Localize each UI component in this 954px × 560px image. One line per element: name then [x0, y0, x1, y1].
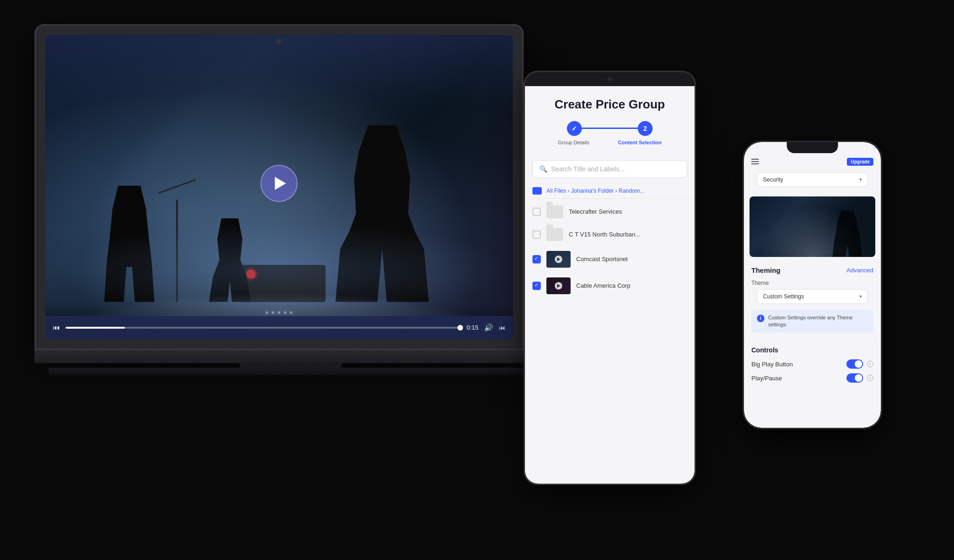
file-item-3[interactable]: Comcast Sportsnet [529, 246, 691, 273]
info-icon: i [757, 315, 764, 322]
hamburger-line-2 [751, 161, 759, 162]
folder-icon-2 [546, 228, 563, 241]
phone-theming-section: Theming Advanced Theme Custom Settings ▾… [744, 263, 881, 343]
file-checkbox-4[interactable] [532, 282, 541, 290]
skip-button[interactable]: ⏮ [53, 324, 60, 332]
file-name-4: Cable America Corp [576, 282, 630, 289]
step-2-label: Content Selection [618, 140, 662, 145]
captions-button[interactable]: ⏮ [499, 324, 505, 331]
step-line [582, 128, 638, 129]
laptop-camera [276, 39, 282, 44]
theming-title: Theming [751, 266, 781, 274]
thumb-play-3 [555, 256, 562, 263]
file-name-1: Telecrafter Services [569, 208, 622, 215]
progress-bar[interactable] [66, 327, 461, 329]
laptop-footer [48, 368, 533, 375]
controls-section: Controls Big Play Button i Play/Pause i [744, 342, 881, 391]
time-display: 0:15 [467, 324, 478, 331]
breadcrumb-row: All Files › Johanna's Folder › Random... [525, 183, 695, 199]
play-pause-button[interactable] [260, 165, 298, 202]
big-play-button-label: Big Play Button [751, 361, 793, 368]
tablet-camera [608, 77, 612, 81]
video-controls-bar: ⏮ 0:15 🔊 ⏮ [45, 316, 513, 339]
security-dropdown[interactable]: Security ▾ [757, 172, 868, 187]
create-price-group-title: Create Price Group [534, 97, 685, 112]
play-pause-toggle[interactable] [846, 373, 863, 383]
file-item-4[interactable]: Cable America Corp [529, 273, 691, 299]
info-box-text: Custom Settings override any Theme setti… [768, 314, 868, 329]
file-checkbox-3[interactable] [532, 255, 541, 263]
theme-chevron-icon: ▾ [859, 294, 862, 299]
phone-video-thumbnail [750, 196, 875, 257]
laptop-screen-body: ⏮ 0:15 🔊 ⏮ [34, 24, 524, 350]
search-icon: 🔍 [539, 165, 547, 173]
step-indicator: ✓ 2 [534, 121, 685, 136]
file-item-2[interactable]: C T V15 North Suburban... [529, 223, 691, 246]
theme-label: Theme [751, 280, 873, 286]
advanced-link[interactable]: Advanced [846, 267, 873, 274]
tablet-device: Create Price Group ✓ 2 Group Details Con… [524, 71, 696, 485]
tablet-header: Create Price Group ✓ 2 Group Details Con… [525, 86, 695, 160]
tablet-notch-area [525, 72, 695, 86]
folder-icon-1 [546, 205, 563, 218]
toggle-right-2: i [846, 373, 873, 383]
big-play-button-toggle-row: Big Play Button i [751, 359, 873, 369]
upgrade-button[interactable]: Upgrade [847, 158, 873, 166]
search-placeholder-text: Search Title and Labels... [551, 165, 625, 173]
step-1-check: ✓ [572, 125, 577, 132]
file-list: Telecrafter Services C T V15 North Subur… [525, 201, 695, 299]
step-1-circle: ✓ [567, 121, 582, 136]
chevron-down-icon: ▾ [859, 177, 862, 182]
hamburger-menu-icon[interactable] [751, 159, 759, 164]
progress-fill [66, 327, 125, 329]
phone-screen: Upgrade Security ▾ Theming Advanced Them… [744, 142, 881, 428]
theming-row: Theming Advanced [751, 266, 873, 274]
file-item-1[interactable]: Telecrafter Services [529, 201, 691, 223]
play-icon [275, 177, 286, 190]
big-play-button-toggle[interactable] [846, 359, 863, 369]
step-2-number: 2 [643, 125, 647, 132]
phone-top-bar: Upgrade [744, 155, 881, 169]
theme-dropdown[interactable]: Custom Settings ▾ [757, 289, 868, 304]
search-bar[interactable]: 🔍 Search Title and Labels... [532, 160, 687, 178]
phone-device: Upgrade Security ▾ Theming Advanced Them… [743, 141, 882, 429]
play-pause-info-icon[interactable]: i [867, 375, 873, 381]
thumb-play-4 [555, 282, 562, 290]
file-name-2: C T V15 North Suburban... [569, 231, 640, 238]
security-section-label: Security ▾ [744, 169, 881, 196]
laptop-device: ⏮ 0:15 🔊 ⏮ [34, 24, 547, 466]
ceiling-lights [45, 35, 513, 105]
video-thumb-4 [546, 277, 571, 294]
file-name-3: Comcast Sportsnet [576, 256, 628, 263]
file-checkbox-1[interactable] [532, 208, 541, 216]
laptop-base [34, 350, 524, 363]
toggle-right-1: i [846, 359, 873, 369]
laptop-screen-bezel: ⏮ 0:15 🔊 ⏮ [45, 35, 513, 339]
hamburger-line-3 [751, 163, 759, 164]
controls-title: Controls [751, 346, 873, 354]
step-1-label: Group Details [558, 140, 589, 145]
theme-dropdown-text: Custom Settings [763, 293, 804, 300]
breadcrumb-icon [532, 187, 542, 195]
big-play-info-icon[interactable]: i [867, 361, 873, 367]
info-box: i Custom Settings override any Theme set… [751, 310, 873, 333]
play-pause-label: Play/Pause [751, 375, 782, 382]
step-labels: Group Details Content Selection [534, 140, 685, 145]
step-2-circle: 2 [638, 121, 653, 136]
play-pause-toggle-row: Play/Pause i [751, 373, 873, 383]
video-thumb-3 [546, 251, 571, 268]
phone-notch [787, 142, 838, 153]
video-player: ⏮ 0:15 🔊 ⏮ [45, 35, 513, 339]
volume-button[interactable]: 🔊 [484, 323, 493, 332]
breadcrumb-text: All Files › Johanna's Folder › Random... [546, 188, 644, 194]
file-checkbox-2[interactable] [532, 230, 541, 239]
scene: ⏮ 0:15 🔊 ⏮ Create Price Grou [34, 24, 920, 536]
security-dropdown-text: Security [763, 176, 783, 183]
hamburger-line-1 [751, 159, 759, 160]
tablet-screen: Create Price Group ✓ 2 Group Details Con… [525, 86, 695, 484]
